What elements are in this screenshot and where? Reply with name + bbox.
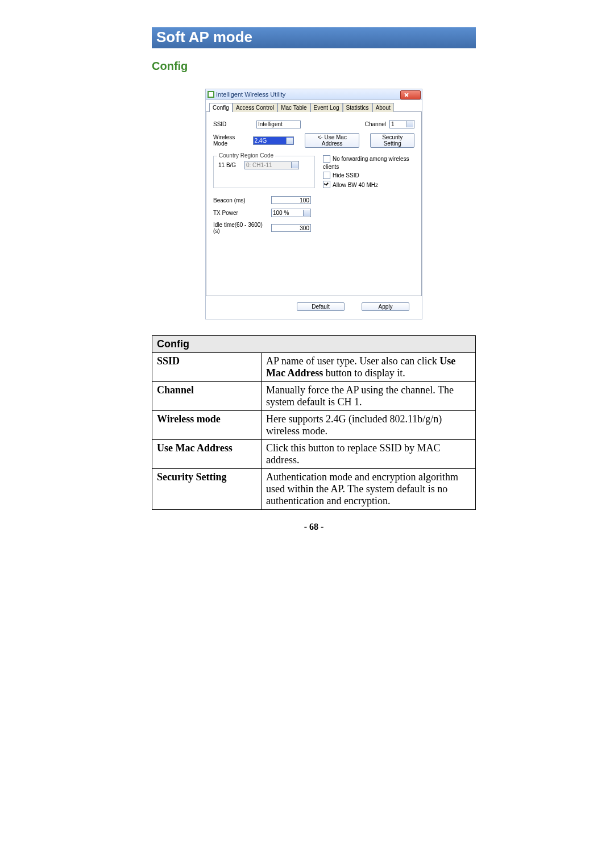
channel-label: Channel	[365, 121, 386, 127]
row-value: Manually force the AP using the channel.…	[262, 382, 476, 411]
region-select: 0: CH1-11	[244, 161, 299, 169]
txpower-select[interactable]: 100 %	[271, 209, 311, 217]
wireless-mode-label: Wireless Mode	[213, 134, 250, 147]
row-key: Wireless mode	[152, 411, 262, 440]
table-header: Config	[152, 336, 476, 353]
hide-ssid-checkbox[interactable]	[323, 172, 330, 179]
tab-about[interactable]: About	[372, 103, 394, 112]
row-key: Channel	[152, 382, 262, 411]
use-mac-address-button[interactable]: <- Use Mac Address	[305, 133, 359, 148]
country-region-legend: Country Region Code	[217, 152, 275, 159]
row-key: SSID	[152, 353, 262, 382]
chevron-down-icon	[305, 211, 309, 214]
row-key: Use Mac Address	[152, 440, 262, 469]
config-dialog: Intelligent Wireless Utility ConfigAcces…	[205, 89, 422, 319]
table-row: Use Mac Address Click this button to rep…	[152, 440, 476, 469]
table-row: SSID AP name of user type. User also can…	[152, 353, 476, 382]
idle-time-input[interactable]	[271, 224, 311, 232]
subsection-heading: Config	[152, 60, 476, 73]
tab-mac-table[interactable]: Mac Table	[277, 103, 310, 112]
table-row: Channel Manually force the AP using the …	[152, 382, 476, 411]
allow-bw40-label: Allow BW 40 MHz	[333, 181, 378, 188]
tab-strip: ConfigAccess ControlMac TableEvent LogSt…	[206, 100, 422, 111]
chevron-down-icon	[409, 123, 412, 125]
ssid-label: SSID	[213, 121, 253, 127]
chevron-down-icon	[293, 164, 297, 166]
row-value: AP name of user type. User also can clic…	[262, 353, 476, 382]
txpower-label: TX Power	[213, 210, 268, 216]
app-icon	[207, 90, 215, 98]
page-number: - 68 -	[152, 522, 476, 532]
window-titlebar: Intelligent Wireless Utility	[206, 89, 422, 100]
beacon-label: Beacon (ms)	[213, 197, 268, 203]
wireless-mode-select[interactable]: 2.4G	[253, 136, 294, 145]
table-row: Wireless mode Here supports 2.4G (includ…	[152, 411, 476, 440]
hide-ssid-label: Hide SSID	[333, 172, 359, 178]
section-heading: Soft AP mode	[152, 27, 476, 48]
allow-bw40-checkbox[interactable]	[323, 181, 330, 188]
row-value: Here supports 2.4G (included 802.11b/g/n…	[262, 411, 476, 440]
channel-select[interactable]: 1	[389, 120, 414, 128]
security-setting-button[interactable]: Security Setting	[370, 133, 414, 148]
apply-button[interactable]: Apply	[362, 302, 409, 311]
ssid-input[interactable]	[256, 121, 301, 128]
tab-statistics[interactable]: Statistics	[343, 103, 372, 112]
config-description-table: Config SSID AP name of user type. User a…	[152, 335, 476, 510]
close-icon[interactable]	[400, 90, 421, 99]
tab-access-control[interactable]: Access Control	[233, 103, 277, 112]
chevron-down-icon	[288, 139, 292, 142]
region-band-label: 11 B/G	[218, 162, 241, 168]
row-value: Click this button to replace SSID by MAC…	[262, 440, 476, 469]
svg-rect-1	[209, 92, 213, 97]
beacon-input[interactable]	[271, 196, 311, 204]
table-row: Security Setting Authentication mode and…	[152, 469, 476, 510]
country-region-fieldset: Country Region Code 11 B/G 0: CH1-11	[213, 156, 315, 188]
no-forwarding-label: No forwarding among wireless clients	[323, 156, 409, 170]
idle-time-label: Idle time(60 - 3600)(s)	[213, 222, 268, 234]
row-key: Security Setting	[152, 469, 262, 510]
default-button[interactable]: Default	[297, 302, 345, 311]
row-value: Authentication mode and encryption algor…	[262, 469, 476, 510]
tab-event-log[interactable]: Event Log	[310, 103, 343, 112]
no-forwarding-checkbox[interactable]	[323, 155, 330, 163]
window-title: Intelligent Wireless Utility	[216, 91, 285, 98]
tab-body: SSID Channel 1 Wireless Mode 2.4G <- Use…	[206, 111, 422, 296]
tab-config[interactable]: Config	[209, 103, 233, 112]
